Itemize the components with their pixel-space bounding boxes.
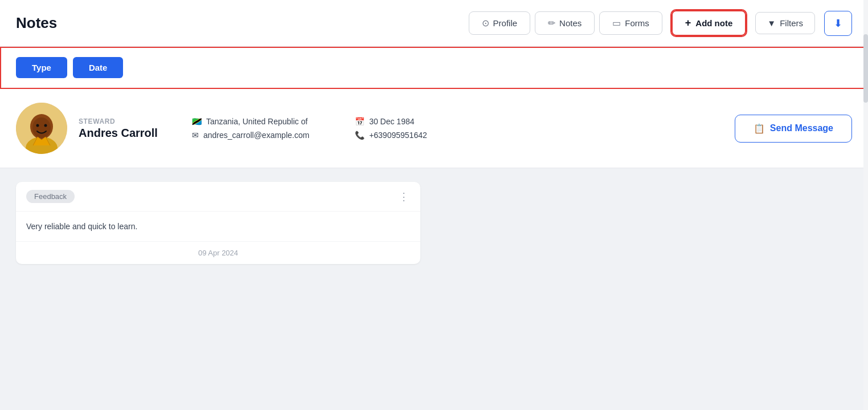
profile-section: STEWARD Andres Carroll 🇹🇿 Tanzania, Unit… <box>0 89 868 168</box>
phone-value: +639095951642 <box>369 131 427 140</box>
plus-icon: + <box>685 17 691 29</box>
filter-icon: ▼ <box>767 18 776 28</box>
profile-icon: ⊙ <box>482 18 489 29</box>
send-message-button[interactable]: 📋 Send Message <box>735 115 852 143</box>
note-header: Feedback ⋮ <box>16 182 420 212</box>
tab-notes-label: Notes <box>559 18 582 28</box>
country-value: Tanzania, United Republic of <box>206 117 308 126</box>
tab-profile[interactable]: ⊙ Profile <box>469 11 531 35</box>
date-filter-label: Date <box>89 63 108 72</box>
nav-tabs: ⊙ Profile ✏ Notes ▭ Forms <box>469 11 662 35</box>
note-tag: Feedback <box>26 190 75 203</box>
add-note-button[interactable]: + Add note <box>672 10 747 36</box>
page-title: Notes <box>16 14 57 32</box>
profile-info: STEWARD Andres Carroll <box>79 117 158 140</box>
scrollbar[interactable] <box>863 0 868 410</box>
profile-contact-details: 🇹🇿 Tanzania, United Republic of ✉ andres… <box>192 117 309 140</box>
email-icon: ✉ <box>192 131 199 140</box>
filters-label: Filters <box>780 18 803 28</box>
filters-button[interactable]: ▼ Filters <box>755 12 815 34</box>
dob-detail: 📅 30 Dec 1984 <box>355 117 427 126</box>
date-filter-button[interactable]: Date <box>73 57 124 78</box>
add-note-label: Add note <box>695 18 732 28</box>
profile-dates: 📅 30 Dec 1984 📞 +639095951642 <box>355 117 427 140</box>
type-filter-button[interactable]: Type <box>16 57 67 78</box>
avatar <box>16 103 67 154</box>
note-menu-button[interactable]: ⋮ <box>399 190 410 203</box>
download-button[interactable]: ⬇ <box>824 11 852 36</box>
scrollbar-thumb[interactable] <box>863 34 868 103</box>
note-date: 09 Apr 2024 <box>198 249 238 257</box>
country-detail: 🇹🇿 Tanzania, United Republic of <box>192 117 309 126</box>
email-detail: ✉ andres_carroll@example.com <box>192 131 309 140</box>
phone-detail: 📞 +639095951642 <box>355 131 427 140</box>
calendar-icon: 📅 <box>355 117 365 126</box>
forms-icon: ▭ <box>612 18 621 29</box>
profile-name: Andres Carroll <box>79 127 158 140</box>
tab-forms-label: Forms <box>625 18 649 28</box>
note-body: Very reliable and quick to learn. <box>16 212 420 242</box>
notes-icon: ✏ <box>548 18 555 29</box>
tab-notes[interactable]: ✏ Notes <box>535 11 595 35</box>
note-card: Feedback ⋮ Very reliable and quick to le… <box>16 182 420 264</box>
note-footer: 09 Apr 2024 <box>16 242 420 264</box>
phone-icon: 📞 <box>355 131 365 140</box>
filter-row: Type Date <box>0 47 868 89</box>
note-text: Very reliable and quick to learn. <box>26 222 137 231</box>
svg-point-5 <box>36 124 39 127</box>
svg-point-6 <box>44 124 47 127</box>
type-filter-label: Type <box>32 63 51 72</box>
notes-section: Feedback ⋮ Very reliable and quick to le… <box>0 168 868 410</box>
svg-point-4 <box>32 117 51 138</box>
tab-forms[interactable]: ▭ Forms <box>599 11 662 35</box>
tab-profile-label: Profile <box>493 18 518 28</box>
profile-role: STEWARD <box>79 117 158 125</box>
send-message-label: Send Message <box>770 123 833 133</box>
dob-value: 30 Dec 1984 <box>369 117 414 126</box>
email-value: andres_carroll@example.com <box>203 131 309 140</box>
send-icon: 📋 <box>754 123 765 134</box>
flag-icon: 🇹🇿 <box>192 117 202 126</box>
download-icon: ⬇ <box>834 17 842 30</box>
